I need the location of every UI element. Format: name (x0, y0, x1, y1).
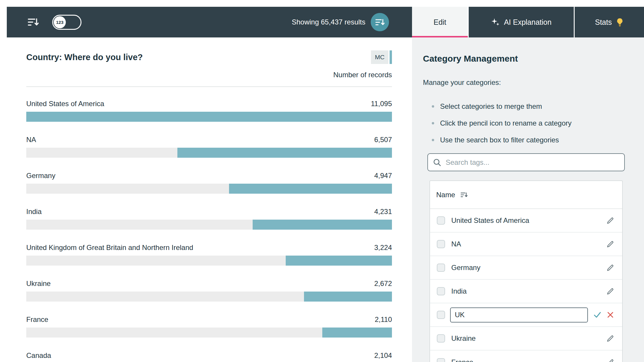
results-count: Showing 65,437 results (292, 18, 366, 26)
bar-track (26, 112, 392, 122)
panel-title: Category Management (423, 53, 625, 64)
category-row: France (430, 351, 622, 362)
category-label: United Kingdom of Great Britain and Nort… (26, 243, 193, 253)
chart-row[interactable]: India 4,231 (26, 200, 392, 236)
chart-row[interactable]: Canada 2,104 (26, 343, 392, 362)
category-table-header: Name (430, 181, 622, 209)
instruction-text: Use the search box to filter categories (440, 135, 559, 145)
category-label: Germany (26, 171, 55, 181)
category-value: 11,095 (371, 99, 392, 109)
category-name: France (451, 358, 607, 362)
name-column-header: Name (436, 191, 455, 199)
category-value: 4,231 (374, 207, 392, 217)
bar-fill (322, 328, 392, 338)
sort-descending-icon[interactable] (27, 17, 39, 27)
category-name: Ukraine (451, 334, 607, 343)
bar-track (26, 292, 392, 302)
category-label: India (26, 207, 42, 217)
numeric-toggle-knob: 123 (54, 16, 66, 28)
pencil-icon[interactable] (607, 217, 614, 224)
sparkles-icon (491, 18, 500, 27)
numeric-display-toggle[interactable]: 123 (52, 15, 81, 30)
bar-track (26, 148, 392, 158)
chart-row[interactable]: Germany 4,947 (26, 164, 392, 200)
category-label: United States of America (26, 99, 104, 109)
instruction-item: Use the search box to filter categories (423, 135, 625, 145)
lightbulb-icon (616, 18, 624, 27)
question-type-badge-label: MC (371, 50, 388, 64)
chart-header: Country: Where do you live? MC (26, 50, 392, 64)
instruction-item: Select categories to merge them (423, 101, 625, 111)
bar-track (26, 220, 392, 230)
sort-icon (375, 18, 385, 27)
bullet-dot (432, 105, 434, 108)
confirm-rename-icon[interactable] (593, 310, 602, 319)
category-name: Germany (451, 264, 607, 272)
category-value: 3,224 (374, 243, 392, 253)
question-type-badge: MC (371, 50, 392, 64)
chart-row[interactable]: NA 6,507 (26, 128, 392, 164)
chart-rows: United States of America 11,095 NA 6,507 (26, 92, 392, 362)
pencil-icon[interactable] (607, 287, 614, 295)
category-checkbox[interactable] (437, 287, 445, 295)
bar-track (26, 184, 392, 194)
category-checkbox[interactable] (437, 264, 445, 272)
pencil-icon[interactable] (607, 335, 614, 342)
pencil-icon[interactable] (607, 264, 614, 272)
chart-divider (26, 86, 392, 87)
category-row: United States of America (430, 209, 622, 233)
category-value: 2,104 (374, 351, 392, 361)
cancel-rename-icon[interactable] (607, 311, 614, 319)
rename-input[interactable] (450, 307, 588, 322)
category-checkbox[interactable] (437, 216, 445, 225)
category-label: France (26, 315, 48, 325)
category-checkbox[interactable] (437, 358, 445, 362)
category-name: India (451, 287, 607, 295)
app-root: 123 Showing 65,437 results Edit (0, 0, 644, 362)
name-sort-icon[interactable] (460, 192, 468, 198)
tab-ai-explanation[interactable]: AI Explanation (469, 7, 574, 37)
tab-bar: Edit AI Explanation Stats (412, 7, 644, 37)
instruction-text: Click the pencil icon to rename a catego… (440, 118, 572, 128)
chart-toolbar: 123 Showing 65,437 results (7, 7, 412, 37)
category-management-panel: Category Management Manage your categori… (412, 37, 644, 362)
instruction-list: Select categories to merge them Click th… (423, 101, 625, 145)
category-value: 6,507 (374, 135, 392, 145)
chart-row[interactable]: United States of America 11,095 (26, 92, 392, 128)
search-icon (433, 158, 442, 167)
category-value: 2,110 (375, 315, 392, 325)
chart-title: Country: Where do you live? (26, 51, 143, 63)
tab-ai-explanation-label: AI Explanation (504, 18, 551, 27)
tab-edit-label: Edit (434, 18, 446, 27)
pencil-icon[interactable] (607, 240, 614, 248)
category-value: 2,672 (374, 279, 392, 289)
search-box[interactable] (427, 153, 625, 171)
category-checkbox[interactable] (437, 311, 445, 319)
chart-row[interactable]: Ukraine 2,672 (26, 272, 392, 307)
column-header: Number of records (26, 70, 392, 79)
category-row: Germany (430, 256, 622, 280)
tab-edit[interactable]: Edit (412, 7, 468, 37)
category-checkbox[interactable] (437, 240, 445, 248)
bar-fill (26, 112, 392, 122)
sort-results-button[interactable] (371, 13, 389, 31)
category-checkbox[interactable] (437, 334, 445, 343)
bar-fill (286, 256, 392, 266)
category-table: Name United States of America (429, 180, 623, 362)
instruction-item: Click the pencil icon to rename a catego… (423, 118, 625, 128)
chart-row[interactable]: United Kingdom of Great Britain and Nort… (26, 236, 392, 272)
category-row: India (430, 280, 622, 303)
tab-stats-label: Stats (595, 18, 612, 27)
bar-track (26, 328, 392, 338)
category-label: NA (26, 135, 36, 145)
tab-stats[interactable]: Stats (575, 7, 644, 37)
category-label: Ukraine (26, 279, 51, 289)
category-value: 4,947 (374, 171, 392, 181)
bar-fill (177, 148, 392, 158)
chart-row[interactable]: France 2,110 (26, 307, 392, 343)
search-input[interactable] (446, 158, 620, 167)
pencil-icon[interactable] (607, 358, 614, 362)
bar-fill (304, 292, 392, 302)
category-name: United States of America (451, 216, 607, 225)
category-name: NA (451, 240, 607, 248)
